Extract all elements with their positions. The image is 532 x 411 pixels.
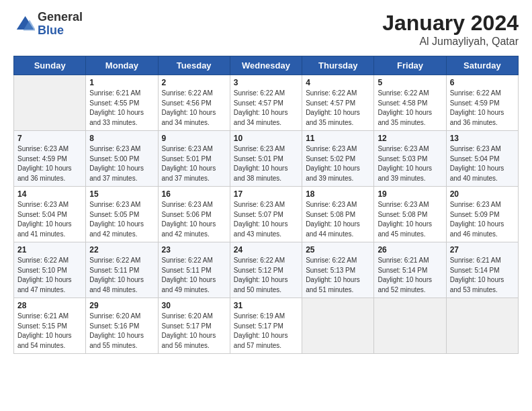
calendar-day (302, 298, 374, 354)
day-number: 27 (450, 245, 515, 255)
day-number: 30 (162, 301, 226, 310)
calendar-day: 5 Sunrise: 6:22 AMSunset: 4:58 PMDayligh… (374, 75, 446, 131)
day-info: Sunrise: 6:23 AMSunset: 4:59 PMDaylight:… (17, 145, 72, 182)
day-number: 26 (378, 245, 442, 255)
calendar-subtitle: Al Jumayliyah, Qatar (382, 36, 519, 48)
day-info: Sunrise: 6:23 AMSunset: 5:08 PMDaylight:… (378, 201, 432, 238)
day-info: Sunrise: 6:23 AMSunset: 5:06 PMDaylight:… (162, 201, 216, 238)
calendar-day: 26 Sunrise: 6:21 AMSunset: 5:14 PMDaylig… (374, 242, 446, 298)
day-info: Sunrise: 6:20 AMSunset: 5:16 PMDaylight:… (89, 312, 144, 349)
header-row: Sunday Monday Tuesday Wednesday Thursday… (14, 56, 519, 75)
day-number: 11 (306, 134, 370, 143)
logo-text: General Blue (38, 11, 83, 38)
calendar-day: 19 Sunrise: 6:23 AMSunset: 5:08 PMDaylig… (374, 187, 446, 242)
calendar-table: Sunday Monday Tuesday Wednesday Thursday… (13, 56, 519, 354)
col-wednesday: Wednesday (230, 56, 302, 75)
calendar-week-4: 21 Sunrise: 6:22 AMSunset: 5:10 PMDaylig… (14, 242, 519, 298)
day-number: 8 (89, 134, 154, 143)
calendar-day: 9 Sunrise: 6:23 AMSunset: 5:01 PMDayligh… (158, 131, 230, 187)
calendar-day (374, 298, 446, 354)
calendar-day: 8 Sunrise: 6:23 AMSunset: 5:00 PMDayligh… (86, 131, 158, 187)
day-number: 29 (89, 301, 154, 310)
col-saturday: Saturday (446, 56, 518, 75)
calendar-day: 1 Sunrise: 6:21 AMSunset: 4:55 PMDayligh… (86, 75, 158, 131)
day-info: Sunrise: 6:23 AMSunset: 5:04 PMDaylight:… (17, 201, 72, 238)
calendar-day: 14 Sunrise: 6:23 AMSunset: 5:04 PMDaylig… (14, 187, 86, 242)
day-info: Sunrise: 6:22 AMSunset: 4:56 PMDaylight:… (162, 89, 216, 126)
day-info: Sunrise: 6:22 AMSunset: 4:58 PMDaylight:… (378, 89, 432, 126)
day-number: 14 (17, 189, 82, 199)
day-info: Sunrise: 6:23 AMSunset: 5:03 PMDaylight:… (378, 145, 432, 182)
day-info: Sunrise: 6:22 AMSunset: 4:59 PMDaylight:… (450, 89, 504, 126)
col-thursday: Thursday (302, 56, 374, 75)
calendar-day: 13 Sunrise: 6:23 AMSunset: 5:04 PMDaylig… (446, 131, 518, 187)
calendar-day: 4 Sunrise: 6:22 AMSunset: 4:57 PMDayligh… (302, 75, 374, 131)
col-tuesday: Tuesday (158, 56, 230, 75)
day-info: Sunrise: 6:23 AMSunset: 5:02 PMDaylight:… (306, 145, 360, 182)
day-number: 21 (17, 245, 82, 255)
day-info: Sunrise: 6:23 AMSunset: 5:07 PMDaylight:… (234, 201, 288, 238)
day-number: 4 (306, 78, 370, 87)
calendar-day: 29 Sunrise: 6:20 AMSunset: 5:16 PMDaylig… (86, 298, 158, 354)
day-number: 25 (306, 245, 370, 255)
day-info: Sunrise: 6:21 AMSunset: 5:14 PMDaylight:… (450, 257, 504, 293)
calendar-day: 21 Sunrise: 6:22 AMSunset: 5:10 PMDaylig… (14, 242, 86, 298)
day-number: 13 (450, 134, 515, 143)
calendar-day: 28 Sunrise: 6:21 AMSunset: 5:15 PMDaylig… (14, 298, 86, 354)
day-number: 19 (378, 189, 442, 199)
calendar-day: 22 Sunrise: 6:22 AMSunset: 5:11 PMDaylig… (86, 242, 158, 298)
calendar-day (446, 298, 518, 354)
calendar-day: 24 Sunrise: 6:22 AMSunset: 5:12 PMDaylig… (230, 242, 302, 298)
day-number: 31 (234, 301, 298, 310)
calendar-day: 7 Sunrise: 6:23 AMSunset: 4:59 PMDayligh… (14, 131, 86, 187)
day-info: Sunrise: 6:23 AMSunset: 5:08 PMDaylight:… (306, 201, 360, 238)
logo-general: General (38, 10, 83, 24)
day-number: 10 (234, 134, 298, 143)
calendar-day: 10 Sunrise: 6:23 AMSunset: 5:01 PMDaylig… (230, 131, 302, 187)
day-number: 2 (162, 78, 226, 87)
day-info: Sunrise: 6:23 AMSunset: 5:04 PMDaylight:… (450, 145, 504, 182)
calendar-day: 25 Sunrise: 6:22 AMSunset: 5:13 PMDaylig… (302, 242, 374, 298)
day-info: Sunrise: 6:22 AMSunset: 5:10 PMDaylight:… (17, 257, 72, 293)
day-number: 6 (450, 78, 515, 87)
calendar-day: 11 Sunrise: 6:23 AMSunset: 5:02 PMDaylig… (302, 131, 374, 187)
day-number: 17 (234, 189, 298, 199)
day-info: Sunrise: 6:23 AMSunset: 5:01 PMDaylight:… (162, 145, 216, 182)
day-info: Sunrise: 6:21 AMSunset: 5:15 PMDaylight:… (17, 312, 72, 349)
day-info: Sunrise: 6:23 AMSunset: 5:09 PMDaylight:… (450, 201, 504, 238)
day-number: 9 (162, 134, 226, 143)
day-number: 3 (234, 78, 298, 87)
calendar-day: 20 Sunrise: 6:23 AMSunset: 5:09 PMDaylig… (446, 187, 518, 242)
calendar-day: 31 Sunrise: 6:19 AMSunset: 5:17 PMDaylig… (230, 298, 302, 354)
calendar-week-2: 7 Sunrise: 6:23 AMSunset: 4:59 PMDayligh… (14, 131, 519, 187)
logo: General Blue (13, 11, 83, 38)
calendar-week-3: 14 Sunrise: 6:23 AMSunset: 5:04 PMDaylig… (14, 187, 519, 242)
day-number: 22 (89, 245, 154, 255)
page: General Blue January 2024 Al Jumayliyah,… (0, 0, 532, 361)
logo-blue: Blue (38, 24, 64, 37)
calendar-week-1: 1 Sunrise: 6:21 AMSunset: 4:55 PMDayligh… (14, 75, 519, 131)
calendar-day: 23 Sunrise: 6:22 AMSunset: 5:11 PMDaylig… (158, 242, 230, 298)
calendar-week-5: 28 Sunrise: 6:21 AMSunset: 5:15 PMDaylig… (14, 298, 519, 354)
day-info: Sunrise: 6:21 AMSunset: 4:55 PMDaylight:… (89, 89, 144, 126)
calendar-day: 2 Sunrise: 6:22 AMSunset: 4:56 PMDayligh… (158, 75, 230, 131)
day-info: Sunrise: 6:22 AMSunset: 4:57 PMDaylight:… (234, 89, 288, 126)
day-info: Sunrise: 6:19 AMSunset: 5:17 PMDaylight:… (234, 312, 288, 349)
day-number: 18 (306, 189, 370, 199)
day-info: Sunrise: 6:23 AMSunset: 5:01 PMDaylight:… (234, 145, 288, 182)
calendar-day (14, 75, 86, 131)
header: General Blue January 2024 Al Jumayliyah,… (13, 11, 519, 48)
day-info: Sunrise: 6:22 AMSunset: 5:11 PMDaylight:… (162, 257, 216, 293)
calendar-day: 16 Sunrise: 6:23 AMSunset: 5:06 PMDaylig… (158, 187, 230, 242)
col-sunday: Sunday (14, 56, 86, 75)
day-info: Sunrise: 6:23 AMSunset: 5:05 PMDaylight:… (89, 201, 144, 238)
day-info: Sunrise: 6:21 AMSunset: 5:14 PMDaylight:… (378, 257, 432, 293)
day-info: Sunrise: 6:22 AMSunset: 5:13 PMDaylight:… (306, 257, 360, 293)
day-info: Sunrise: 6:20 AMSunset: 5:17 PMDaylight:… (162, 312, 216, 349)
calendar-day: 6 Sunrise: 6:22 AMSunset: 4:59 PMDayligh… (446, 75, 518, 131)
calendar-day: 3 Sunrise: 6:22 AMSunset: 4:57 PMDayligh… (230, 75, 302, 131)
day-number: 12 (378, 134, 442, 143)
day-info: Sunrise: 6:23 AMSunset: 5:00 PMDaylight:… (89, 145, 144, 182)
day-number: 16 (162, 189, 226, 199)
calendar-title: January 2024 (382, 11, 519, 36)
